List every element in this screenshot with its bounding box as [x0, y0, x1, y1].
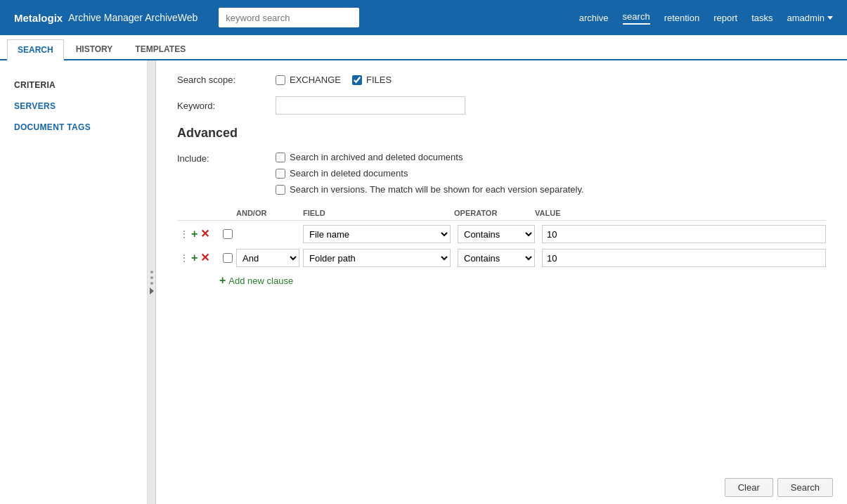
main-layout: CRITERIA SERVERS DOCUMENT TAGS Search sc…	[0, 60, 847, 504]
clause-field-1: File name Folder path Date Size Author	[303, 225, 451, 243]
footer: Clear Search	[711, 471, 847, 504]
tab-bar: SEARCH HISTORY TEMPLATES	[0, 35, 847, 60]
clause-value-input-2[interactable]	[542, 249, 826, 267]
sidebar-item-servers[interactable]: SERVERS	[0, 96, 147, 117]
amadmin-dropdown-arrow	[827, 16, 833, 20]
clause-value-input-1[interactable]	[542, 225, 826, 243]
clause-value-1	[542, 225, 826, 243]
drag-dot-2	[150, 276, 153, 279]
clause-operator-1: Contains Equals Starts with Ends with	[458, 225, 535, 243]
include-deleted-text: Search in deleted documents	[290, 168, 408, 179]
clause-add-btn-1[interactable]: +	[191, 228, 198, 240]
search-button[interactable]: Search	[777, 478, 833, 497]
header-search-container	[219, 8, 359, 27]
files-checkbox-label[interactable]: FILES	[352, 75, 392, 85]
nav-tasks[interactable]: tasks	[751, 13, 772, 23]
files-label: FILES	[366, 75, 392, 85]
keyword-input[interactable]	[276, 96, 465, 115]
clause-operator-select-2[interactable]: Contains Equals Starts with Ends with	[458, 249, 535, 267]
clause-value-2	[542, 249, 826, 267]
drag-dot-1	[150, 271, 153, 273]
sidebar-item-criteria[interactable]: CRITERIA	[0, 75, 147, 96]
clause-remove-btn-1[interactable]: ✕	[200, 228, 209, 240]
header-nav: archive search retention report tasks am…	[579, 11, 833, 25]
include-versions-label[interactable]: Search in versions. The match will be sh…	[276, 184, 584, 195]
clause-checkbox-2	[219, 253, 236, 263]
advanced-title: Advanced	[177, 126, 826, 141]
keyword-label: Keyword:	[177, 101, 276, 111]
add-clause-row[interactable]: + Add new clause	[219, 274, 826, 287]
clause-andor-2: And Or	[236, 249, 299, 267]
clauses-section: AND/OR FIELD OPERATOR VALUE ⋮ + ✕	[177, 209, 826, 287]
nav-search[interactable]: search	[623, 11, 650, 25]
clause-select-1[interactable]	[223, 229, 233, 239]
clause-row-1: ⋮ + ✕ File name Folder path Date Siz	[177, 224, 826, 245]
drag-dot-3	[150, 282, 153, 285]
brand-title: Archive Manager ArchiveWeb	[68, 12, 198, 23]
include-archived-deleted-label[interactable]: Search in archived and deleted documents	[276, 152, 584, 162]
col-header-value: VALUE	[535, 209, 826, 217]
include-deleted-checkbox[interactable]	[276, 169, 285, 179]
clause-drag-handle-1[interactable]: ⋮	[177, 228, 191, 240]
tab-search[interactable]: SEARCH	[7, 39, 64, 60]
include-archived-deleted-checkbox[interactable]	[276, 153, 285, 162]
include-versions-checkbox[interactable]	[276, 185, 285, 195]
clause-field-2: File name Folder path Date Size Author	[303, 249, 451, 267]
include-options: Search in archived and deleted documents…	[276, 152, 584, 195]
left-edge-panel	[148, 60, 156, 504]
nav-amadmin[interactable]: amadmin	[787, 13, 833, 23]
files-checkbox[interactable]	[352, 75, 362, 85]
add-clause-plus-icon: +	[219, 274, 226, 287]
nav-report[interactable]: report	[713, 13, 737, 23]
expand-arrow-icon[interactable]	[150, 287, 154, 295]
nav-archive[interactable]: archive	[579, 13, 609, 23]
header: Metalogix Archive Manager ArchiveWeb arc…	[0, 0, 847, 35]
keyword-search-input[interactable]	[219, 8, 359, 27]
include-deleted-label[interactable]: Search in deleted documents	[276, 168, 584, 179]
include-section: Include: Search in archived and deleted …	[177, 152, 826, 195]
content-area: Search scope: EXCHANGE FILES Keyword: Ad…	[156, 60, 847, 504]
search-scope-label: Search scope:	[177, 75, 276, 85]
sidebar-item-document-tags[interactable]: DOCUMENT TAGS	[0, 117, 147, 138]
clause-drag-handle-2[interactable]: ⋮	[177, 252, 191, 264]
tab-history[interactable]: HISTORY	[65, 38, 124, 59]
clause-checkbox-1	[219, 229, 236, 239]
clause-actions-1: + ✕	[191, 228, 219, 240]
clause-actions-2: + ✕	[191, 252, 219, 264]
clause-add-btn-2[interactable]: +	[191, 252, 198, 264]
add-clause-label: Add new clause	[228, 276, 293, 286]
clause-select-2[interactable]	[223, 253, 233, 263]
search-scope-row: Search scope: EXCHANGE FILES	[177, 75, 826, 85]
col-header-operator: OPERATOR	[454, 209, 531, 217]
include-archived-deleted-text: Search in archived and deleted documents	[290, 152, 463, 162]
col-header-field: FIELD	[303, 209, 451, 217]
brand: Metalogix Archive Manager ArchiveWeb	[14, 12, 198, 24]
nav-retention[interactable]: retention	[664, 13, 700, 23]
exchange-checkbox[interactable]	[276, 75, 285, 85]
search-scope-controls: EXCHANGE FILES	[276, 75, 392, 85]
clause-operator-select-1[interactable]: Contains Equals Starts with Ends with	[458, 225, 535, 243]
col-header-andor: AND/OR	[236, 209, 299, 217]
clear-button[interactable]: Clear	[725, 478, 773, 497]
clause-field-select-2[interactable]: File name Folder path Date Size Author	[303, 249, 451, 267]
exchange-checkbox-label[interactable]: EXCHANGE	[276, 75, 341, 85]
clause-andor-select-2[interactable]: And Or	[236, 249, 299, 267]
clause-operator-2: Contains Equals Starts with Ends with	[458, 249, 535, 267]
brand-logo: Metalogix	[14, 12, 63, 24]
clause-row-2: ⋮ + ✕ And Or File name Fo	[177, 247, 826, 269]
include-label: Include:	[177, 152, 276, 164]
keyword-row: Keyword:	[177, 96, 826, 115]
clause-remove-btn-2[interactable]: ✕	[200, 252, 209, 264]
exchange-label: EXCHANGE	[290, 75, 341, 85]
include-versions-text: Search in versions. The match will be sh…	[290, 184, 584, 195]
clause-field-select-1[interactable]: File name Folder path Date Size Author	[303, 225, 451, 243]
tab-templates[interactable]: TEMPLATES	[124, 38, 196, 59]
sidebar: CRITERIA SERVERS DOCUMENT TAGS	[0, 60, 148, 504]
